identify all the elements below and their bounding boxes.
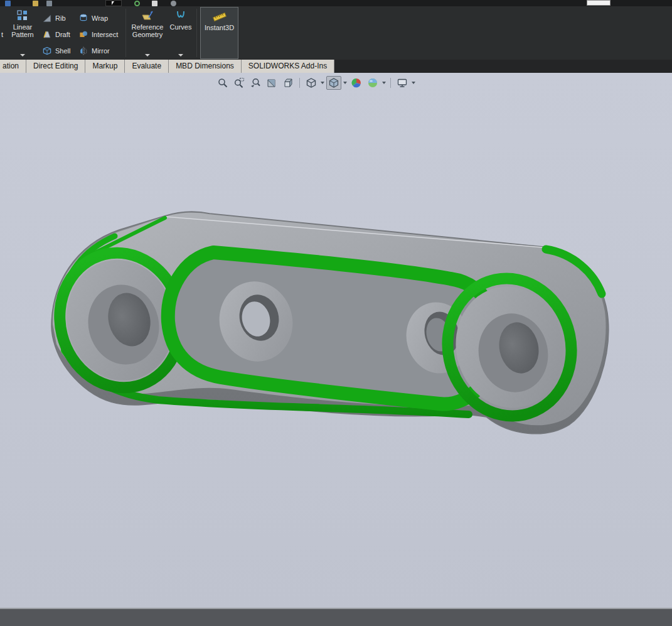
display-style-dropdown-caret[interactable] <box>343 82 347 84</box>
options-gear-icon[interactable] <box>171 1 176 6</box>
edit-appearance-button[interactable] <box>349 76 364 90</box>
previous-view-icon <box>250 77 261 89</box>
instant3d-label: Instant3D <box>205 24 234 31</box>
apply-scene-dropdown-caret[interactable] <box>382 82 386 84</box>
view-orientation-button[interactable] <box>304 76 319 90</box>
reference-geometry-label-2: Geometry <box>132 31 163 38</box>
rib-button[interactable]: Rib <box>38 10 75 26</box>
tab-ation[interactable]: ation <box>0 60 26 73</box>
zoom-to-area-icon <box>233 77 245 89</box>
sketch-icon[interactable] <box>134 1 140 6</box>
ribbon-features: t Linear Pattern Rib <box>0 6 672 60</box>
reference-geometry-icon <box>141 9 154 22</box>
previous-view-button[interactable] <box>248 76 263 90</box>
ribbon-group-wrap-intersect-mirror: Wrap Intersect Mirror <box>75 6 124 60</box>
tab-evaluate[interactable]: Evaluate <box>125 60 169 73</box>
ribbon-empty-area <box>240 6 672 60</box>
zoom-to-fit-button[interactable] <box>215 76 230 90</box>
mirror-icon <box>78 46 88 56</box>
draft-label: Draft <box>55 31 70 38</box>
linear-pattern-icon <box>16 9 29 22</box>
3d-model-part[interactable] <box>46 212 609 434</box>
linear-pattern-label-2: Pattern <box>11 31 33 38</box>
intersect-icon <box>78 30 88 40</box>
titlebar-white-panel <box>587 0 611 6</box>
ribbon-group-rib-draft-shell: Rib Draft Shell <box>38 6 75 60</box>
select-tool-button[interactable] <box>105 0 122 6</box>
curves-label: Curves <box>170 23 192 31</box>
view-orientation-icon <box>306 77 317 89</box>
intersect-button[interactable]: Intersect <box>75 26 124 43</box>
app-menu-icon[interactable] <box>5 1 11 6</box>
ribbon-separator <box>196 9 197 57</box>
apply-scene-icon <box>367 77 378 89</box>
view-settings-button[interactable] <box>395 76 410 90</box>
view-settings-icon <box>397 77 408 89</box>
linear-pattern-dropdown-caret[interactable] <box>20 54 25 57</box>
linear-pattern-button[interactable]: Linear Pattern <box>7 6 38 60</box>
tabbar-empty-area <box>334 60 672 73</box>
tab-solidworks-add-ins[interactable]: SOLIDWORKS Add-Ins <box>242 60 334 73</box>
title-bar <box>0 0 672 6</box>
section-view-button[interactable] <box>264 76 279 90</box>
rib-label: Rib <box>55 14 66 22</box>
annotation-views-button[interactable] <box>280 76 296 90</box>
display-style-icon <box>328 77 339 89</box>
hud-separator <box>299 78 300 88</box>
tab-mbd-dimensions[interactable]: MBD Dimensions <box>169 60 242 73</box>
wrap-label: Wrap <box>92 14 108 22</box>
zoom-to-area-button[interactable] <box>232 76 247 90</box>
apply-scene-button[interactable] <box>365 76 380 90</box>
wrap-icon <box>78 13 88 23</box>
select-cursor-icon <box>112 1 114 5</box>
display-style-button[interactable] <box>326 76 341 90</box>
tab-markup[interactable]: Markup <box>85 60 125 73</box>
instant3d-button[interactable]: Instant3D <box>200 7 238 59</box>
mirror-button[interactable]: Mirror <box>75 43 124 59</box>
shell-label: Shell <box>55 47 70 55</box>
reference-geometry-button[interactable]: Reference Geometry <box>128 6 167 60</box>
draft-icon <box>42 30 52 40</box>
open-icon[interactable] <box>33 1 38 6</box>
view-settings-dropdown-caret[interactable] <box>412 82 415 84</box>
status-bar <box>0 608 672 626</box>
linear-pattern-label-1: Linear <box>13 23 33 31</box>
model-canvas[interactable] <box>0 73 672 608</box>
hud-separator <box>390 78 391 88</box>
curves-button[interactable]: Curves <box>167 6 195 60</box>
reference-geometry-dropdown-caret[interactable] <box>145 54 150 57</box>
view-orientation-dropdown-caret[interactable] <box>321 82 324 84</box>
ribbon-partial-label: t <box>1 31 3 38</box>
heads-up-view-toolbar <box>215 76 416 90</box>
instant3d-icon <box>212 10 227 24</box>
zoom-to-fit-icon <box>217 77 228 89</box>
section-view-icon <box>266 77 277 89</box>
ribbon-separator <box>125 9 126 57</box>
intersect-label: Intersect <box>92 31 118 38</box>
tab-direct-editing[interactable]: Direct Editing <box>26 60 85 73</box>
save-icon[interactable] <box>46 1 52 6</box>
wrap-button[interactable]: Wrap <box>75 10 124 26</box>
rebuild-icon[interactable] <box>152 1 157 6</box>
ribbon-partial-button[interactable]: t <box>0 6 7 60</box>
solidworks-window: t Linear Pattern Rib <box>0 0 672 626</box>
annotation-views-icon <box>282 77 294 89</box>
mirror-label: Mirror <box>92 47 110 55</box>
shell-button[interactable]: Shell <box>38 43 75 59</box>
command-manager-tabbar: ation Direct Editing Markup Evaluate MBD… <box>0 60 672 73</box>
edit-appearance-icon <box>351 77 362 89</box>
curves-icon <box>174 9 187 22</box>
shell-icon <box>42 46 52 56</box>
curves-dropdown-caret[interactable] <box>178 54 183 57</box>
graphics-viewport[interactable] <box>0 73 672 608</box>
draft-button[interactable]: Draft <box>38 26 75 43</box>
rib-icon <box>42 13 52 23</box>
reference-geometry-label-1: Reference <box>132 23 164 31</box>
